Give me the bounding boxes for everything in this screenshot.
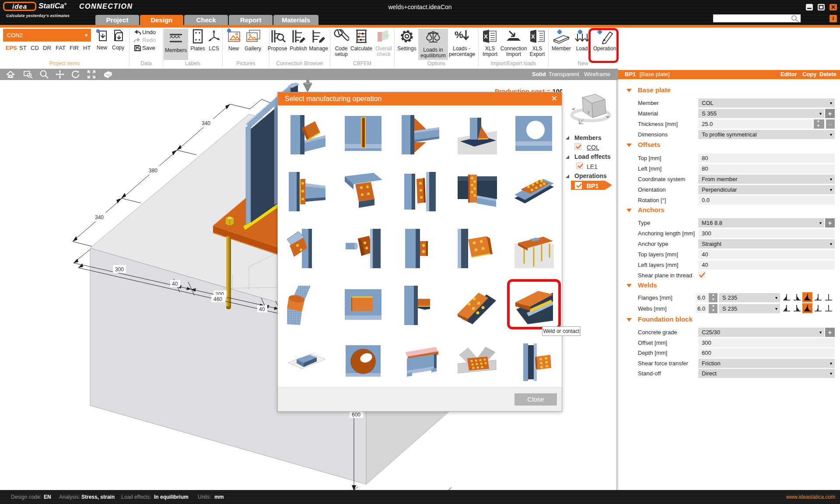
svg-text:340: 340 xyxy=(95,214,104,220)
svg-text:%: % xyxy=(455,29,463,40)
svg-text:Undo: Undo xyxy=(142,29,156,35)
svg-text:Redo: Redo xyxy=(142,37,156,43)
svg-text:300: 300 xyxy=(115,266,124,273)
svg-text:X: X xyxy=(484,33,488,40)
svg-text:460: 460 xyxy=(214,296,222,302)
svg-text:40: 40 xyxy=(259,306,265,312)
svg-text:40: 40 xyxy=(172,281,178,287)
svg-text:y: y xyxy=(588,110,590,114)
svg-text:Save: Save xyxy=(142,45,155,51)
svg-text:600: 600 xyxy=(352,412,360,418)
svg-text:X: X xyxy=(531,33,535,40)
svg-text:340: 340 xyxy=(202,120,210,126)
svg-text:380: 380 xyxy=(149,168,158,174)
